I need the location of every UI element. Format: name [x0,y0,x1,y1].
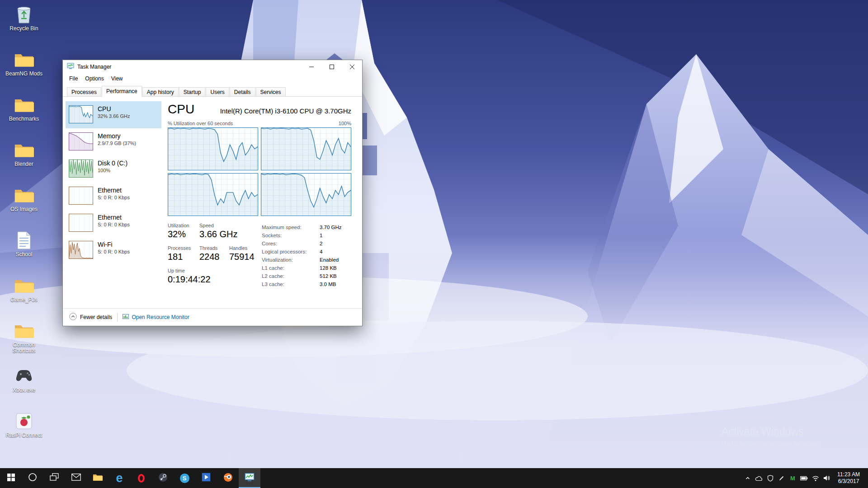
menu-view[interactable]: View [108,74,127,83]
menu-bar: File Options View [63,74,362,84]
titlebar[interactable]: Task Manager [63,60,362,74]
tab-details[interactable]: Details [230,87,255,97]
defender-shield-icon[interactable] [764,468,776,488]
clock-time: 11:23 AM [835,471,862,478]
raspberry-icon [14,411,34,431]
spec-row: Logical processors:4 [262,248,351,256]
activate-windows-watermark: Activate Windows Go to Settings to activ… [722,426,821,447]
taskbar-app-file-explorer[interactable] [87,468,108,488]
taskbar-app-movies-tv[interactable] [195,468,217,488]
network-wifi-icon[interactable] [810,468,821,488]
taskbar-app-blender[interactable] [217,468,239,488]
edge-icon: e [116,472,123,484]
windows-logo-icon [7,474,15,483]
folder-icon [14,95,34,115]
sidebar-item-cpu[interactable]: CPU 32% 3.66 GHz [66,101,161,128]
taskbar: e S [0,468,868,488]
fewer-details-button[interactable]: Fewer details [69,313,112,322]
taskbar-app-opera[interactable] [130,468,152,488]
tab-services[interactable]: Services [256,87,286,97]
sidebar-item-memory[interactable]: Memory 2.9/7.9 GB (37%) [66,128,161,155]
task-manager-taskbar-icon [245,472,255,484]
resource-monitor-icon [123,314,129,321]
cpu-core-graph-4 [261,173,351,216]
volume-icon[interactable] [821,468,832,488]
open-resource-monitor-link[interactable]: Open Resource Monitor [123,314,189,321]
folder-icon [14,140,34,160]
tab-performance[interactable]: Performance [102,86,142,97]
sidebar-item-ethernet-2[interactable]: Ethernet S: 0 R: 0 Kbps [66,210,161,237]
taskbar-clock[interactable]: 11:23 AM 6/3/2017 [832,471,865,485]
task-manager-window: Task Manager File Options View Processes… [62,60,363,326]
desktop: Recycle Bin BeamNG Mods Benchmarks Blend… [0,0,868,488]
hidden-icons-chevron[interactable] [742,468,753,488]
taskbar-app-steam[interactable] [152,468,174,488]
sidebar-item-disk-0[interactable]: Disk 0 (C:) 100% [66,155,161,183]
window-title: Task Manager [77,64,111,70]
maximize-button[interactable] [321,60,342,74]
desktop-icon-common-shortcuts[interactable]: Common Shortcuts [4,321,44,366]
cpu-model-name: Intel(R) Core(TM) i3-6100 CPU @ 3.70GHz [220,107,351,115]
sidebar-item-name: Ethernet [98,214,130,221]
window-footer: Fewer details Open Resource Monitor [63,308,362,326]
activate-windows-line2: Go to Settings to activate Windows. [722,440,821,447]
wifi-mini-graph [69,241,93,259]
menu-options[interactable]: Options [81,74,107,83]
tab-processes[interactable]: Processes [67,87,101,97]
tab-app-history[interactable]: App history [142,87,179,97]
start-button[interactable] [0,468,22,488]
desktop-icon-xbox-exe[interactable]: Xbox.exe [4,366,44,411]
tab-users[interactable]: Users [206,87,229,97]
close-button[interactable] [342,60,362,74]
system-tray: M 11:23 AM 6/3/2017 [742,468,868,488]
desktop-icon-game-pjs[interactable]: Game_PJs [4,276,44,321]
movies-tv-icon [202,473,211,483]
ethernet-mini-graph [69,214,93,232]
sidebar-item-name: Memory [98,132,136,140]
desktop-icon-blender[interactable]: Blender [4,140,44,185]
sidebar-item-ethernet-1[interactable]: Ethernet S: 0 R: 0 Kbps [66,183,161,210]
gmail-notifier-icon[interactable]: M [787,468,798,488]
sidebar-item-detail: 2.9/7.9 GB (37%) [98,141,136,146]
desktop-icon-label: Xbox.exe [13,387,35,393]
folder-icon [14,50,34,70]
steam-icon [158,473,168,484]
taskbar-app-mail[interactable] [65,468,87,488]
pen-icon[interactable] [776,468,787,488]
taskbar-app-skype[interactable]: S [174,468,195,488]
desktop-icon-list: Recycle Bin BeamNG Mods Benchmarks Blend… [4,5,44,456]
taskbar-app-edge[interactable]: e [108,468,130,488]
spec-row: L3 cache:3.0 MB [262,280,351,288]
cortana-circle-icon [28,473,37,483]
stat-utilization: Utilization 32% [168,223,199,239]
recycle-bin-icon [14,5,34,24]
spec-row: L2 cache:512 KB [262,272,351,280]
cpu-panel-title: CPU [168,102,194,117]
cortana-search-button[interactable] [22,468,43,488]
sidebar-item-detail: 32% 3.66 GHz [98,113,130,119]
battery-icon[interactable] [798,468,810,488]
cpu-core-graph-1 [168,127,258,170]
menu-file[interactable]: File [66,74,81,83]
desktop-icon-os-images[interactable]: OS Images [4,185,44,230]
desktop-icon-school[interactable]: School [4,230,44,276]
cpu-stats: Utilization 32% Speed 3.66 GHz Processes [168,223,351,288]
minimize-button[interactable] [301,60,321,74]
desktop-icon-raspi-connect[interactable]: RasPi Connect [4,411,44,456]
onedrive-cloud-icon[interactable] [753,468,764,488]
stat-uptime: Up time 0:19:44:22 [168,268,262,285]
desktop-icon-beamng-mods[interactable]: BeamNG Mods [4,50,44,95]
desktop-icon-recycle-bin[interactable]: Recycle Bin [4,5,44,50]
spec-row: Cores:2 [262,239,351,248]
tab-startup[interactable]: Startup [179,87,206,97]
opera-icon [138,474,145,483]
task-view-button[interactable] [43,468,65,488]
cpu-detail-panel: CPU Intel(R) Core(TM) i3-6100 CPU @ 3.70… [161,97,362,308]
sidebar-item-detail: S: 0 R: 0 Kbps [98,249,130,255]
desktop-icon-label: Blender [14,161,33,167]
game-controller-icon [14,366,34,386]
sidebar-item-wifi[interactable]: Wi-Fi S: 0 R: 0 Kbps [66,237,161,264]
desktop-icon-benchmarks[interactable]: Benchmarks [4,95,44,140]
stat-threads: Threads 2248 [199,245,229,262]
taskbar-app-task-manager[interactable] [239,468,260,488]
